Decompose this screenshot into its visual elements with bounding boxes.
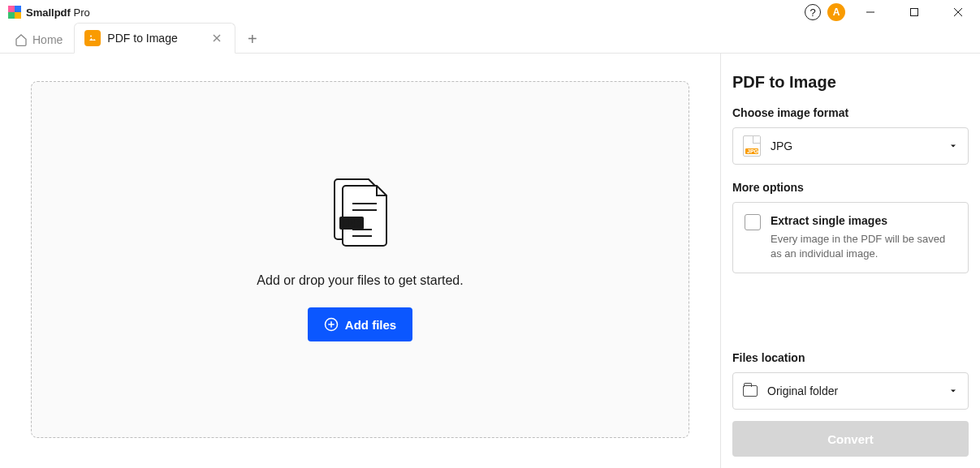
svg-text:PDF: PDF [343,219,360,228]
tab-close-button[interactable] [209,30,225,46]
titlebar: Smallpdf Pro ? A [0,0,980,24]
extract-images-title: Extract single images [771,214,956,227]
extract-images-checkbox[interactable] [745,214,761,230]
close-icon [212,33,222,43]
add-files-button[interactable]: Add files [308,307,412,341]
more-options-label: More options [732,181,969,194]
convert-button[interactable]: Convert [732,421,969,457]
sidebar-title: PDF to Image [732,73,969,92]
window-maximize-button[interactable] [896,0,933,24]
plus-circle-icon [324,317,339,332]
location-select-value: Original folder [767,384,939,397]
format-select-value: JPG [771,140,939,152]
tab-add-button[interactable]: + [239,25,266,53]
pdf-to-image-icon [84,30,101,46]
extract-images-option: Extract single images Every image in the… [732,202,969,273]
tab-home-label: Home [32,33,63,46]
app-logo-icon [8,6,21,19]
pdf-document-icon: PDF [328,178,393,254]
app-title: Smallpdf Pro [26,6,90,19]
dropzone[interactable]: PDF Add or drop your files to get starte… [31,81,689,438]
tab-active[interactable]: PDF to Image [74,23,235,54]
window-close-button[interactable] [939,0,977,24]
format-select[interactable]: JPG JPG [732,127,969,165]
sidebar: PDF to Image Choose image format JPG JPG… [720,54,980,468]
window-minimize-button[interactable] [852,0,889,24]
format-label: Choose image format [732,106,969,119]
main-area: PDF Add or drop your files to get starte… [0,54,720,468]
tab-active-label: PDF to Image [107,32,177,45]
home-icon [15,33,28,46]
help-icon[interactable]: ? [805,4,821,20]
location-select[interactable]: Original folder [732,372,969,410]
avatar[interactable]: A [827,3,845,21]
folder-icon [743,385,758,397]
chevron-down-icon [948,141,958,151]
add-files-button-label: Add files [345,318,396,332]
extract-images-desc: Every image in the PDF will be saved as … [771,232,956,261]
tabstrip: Home PDF to Image + [0,24,980,54]
chevron-down-icon [948,386,958,396]
app-logo-title: Smallpdf Pro [8,6,90,19]
jpg-file-icon: JPG [743,135,761,157]
svg-point-4 [90,36,92,37]
location-label: Files location [732,351,969,364]
svg-rect-1 [911,9,918,16]
tab-home[interactable]: Home [6,27,71,53]
dropzone-message: Add or drop your files to get started. [257,273,463,288]
